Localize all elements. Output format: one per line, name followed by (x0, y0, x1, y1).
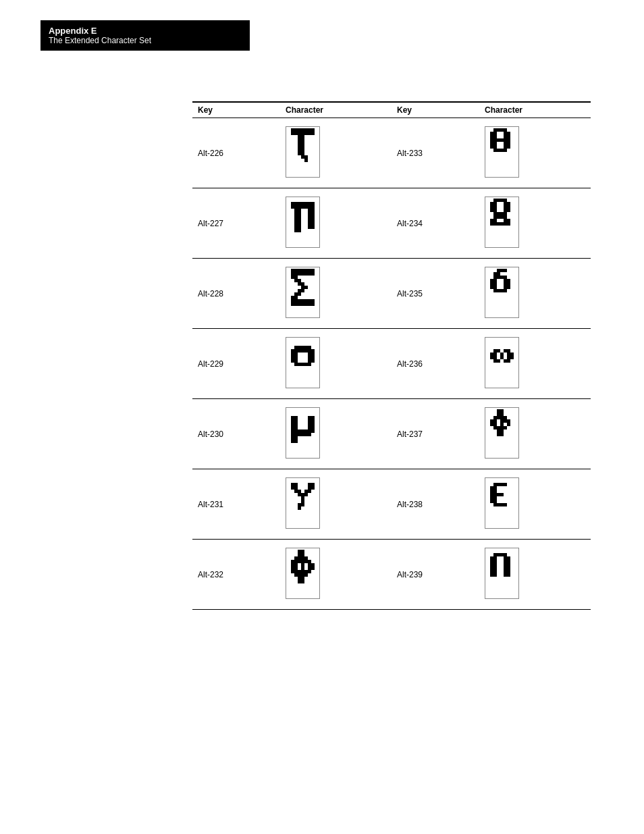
key-cell-left: Alt-230 (192, 399, 280, 469)
char-cell-right (479, 329, 591, 399)
table-row: Alt-226Alt-233 (192, 118, 591, 188)
char-cell-left (280, 329, 392, 399)
key-cell-left: Alt-232 (192, 540, 280, 610)
character-table-container: Key Character Key Character Alt-226Alt-2… (192, 101, 591, 610)
table-row: Alt-232Alt-239 (192, 540, 591, 610)
appendix-subtitle: The Extended Character Set (49, 36, 242, 45)
char-cell-left (280, 540, 392, 610)
col-char2: Character (479, 102, 591, 118)
table-row: Alt-229Alt-236 (192, 329, 591, 399)
table-row: Alt-227Alt-234 (192, 188, 591, 259)
char-cell-left (280, 118, 392, 188)
key-cell-right: Alt-239 (392, 540, 479, 610)
char-cell-right (479, 399, 591, 469)
appendix-header: Appendix E The Extended Character Set (41, 20, 250, 51)
char-cell-right (479, 188, 591, 259)
col-key1: Key (192, 102, 280, 118)
col-key2: Key (392, 102, 479, 118)
character-table: Key Character Key Character Alt-226Alt-2… (192, 101, 591, 610)
key-cell-right: Alt-236 (392, 329, 479, 399)
key-cell-right: Alt-233 (392, 118, 479, 188)
table-header-row: Key Character Key Character (192, 102, 591, 118)
col-char1: Character (280, 102, 392, 118)
table-row: Alt-228Alt-235 (192, 259, 591, 329)
key-cell-left: Alt-231 (192, 469, 280, 540)
key-cell-right: Alt-235 (392, 259, 479, 329)
key-cell-left: Alt-229 (192, 329, 280, 399)
char-cell-right (479, 469, 591, 540)
table-row: Alt-230Alt-237 (192, 399, 591, 469)
appendix-title: Appendix E (49, 26, 242, 36)
char-cell-right (479, 540, 591, 610)
key-cell-left: Alt-228 (192, 259, 280, 329)
key-cell-right: Alt-237 (392, 399, 479, 469)
char-cell-left (280, 259, 392, 329)
table-row: Alt-231Alt-238 (192, 469, 591, 540)
char-cell-left (280, 469, 392, 540)
char-cell-left (280, 399, 392, 469)
char-cell-right (479, 118, 591, 188)
char-cell-left (280, 188, 392, 259)
key-cell-left: Alt-226 (192, 118, 280, 188)
key-cell-right: Alt-234 (392, 188, 479, 259)
key-cell-left: Alt-227 (192, 188, 280, 259)
char-cell-right (479, 259, 591, 329)
key-cell-right: Alt-238 (392, 469, 479, 540)
